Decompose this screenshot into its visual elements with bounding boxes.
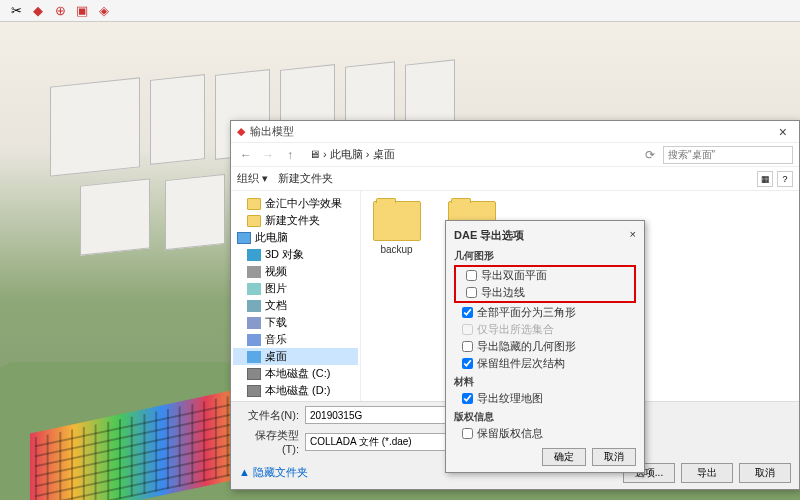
close-icon[interactable]: ×	[630, 228, 636, 243]
hide-folders-toggle[interactable]: ▲ 隐藏文件夹	[239, 463, 308, 482]
folder-icon	[247, 198, 261, 210]
doc-icon	[247, 300, 261, 312]
filename-label: 文件名(N):	[239, 408, 299, 423]
tree-item[interactable]: 文档	[233, 297, 358, 314]
tree-item-label: 视频	[265, 264, 287, 279]
building	[50, 77, 140, 176]
option-label: 导出隐藏的几何图形	[477, 339, 576, 354]
tree-item[interactable]: 3D 对象	[233, 246, 358, 263]
triangulate-checkbox[interactable]	[462, 307, 473, 318]
export-textures-checkbox[interactable]	[462, 393, 473, 404]
tree-item-label: 下载	[265, 315, 287, 330]
tree-item-label: 此电脑	[255, 230, 288, 245]
up-icon[interactable]: ↑	[281, 146, 299, 164]
search-input[interactable]	[663, 146, 793, 164]
tree-item-label: 本地磁盘 (C:)	[265, 366, 330, 381]
tree-item-label: 本地磁盘 (D:)	[265, 383, 330, 398]
new-folder-button[interactable]: 新建文件夹	[278, 171, 333, 186]
option-label: 保留组件层次结构	[477, 356, 565, 371]
video-icon	[247, 266, 261, 278]
preserve-hierarchy-checkbox[interactable]	[462, 358, 473, 369]
folder-label: backup	[369, 244, 424, 255]
tree-item[interactable]: 本地磁盘 (C:)	[233, 365, 358, 382]
forward-icon[interactable]: →	[259, 146, 277, 164]
download-icon	[247, 317, 261, 329]
tree-item-label: 金汇中小学效果	[265, 196, 342, 211]
preserve-credits-checkbox[interactable]	[462, 428, 473, 439]
filetype-label: 保存类型(T):	[239, 428, 299, 455]
dialog-titlebar[interactable]: ◆ 输出模型 ×	[231, 121, 799, 143]
view-mode-icon[interactable]: ▦	[757, 171, 773, 187]
folder-icon	[373, 201, 421, 241]
tree-item-label: 音乐	[265, 332, 287, 347]
image-icon	[247, 283, 261, 295]
tree-item[interactable]: 金汇中小学效果	[233, 195, 358, 212]
pc-icon: 🖥	[309, 148, 320, 160]
breadcrumb-loc: 桌面	[373, 148, 395, 160]
tree-item-label: 文档	[265, 298, 287, 313]
export-selection-checkbox	[462, 324, 473, 335]
option-label: 全部平面分为三角形	[477, 305, 576, 320]
cube-icon[interactable]: ▣	[74, 3, 90, 19]
highlighted-options: 导出双面平面 导出边线	[454, 265, 636, 303]
export-edges-checkbox[interactable]	[466, 287, 477, 298]
export-two-sided-checkbox[interactable]	[466, 270, 477, 281]
gem-icon[interactable]: ◈	[96, 3, 112, 19]
tree-item[interactable]: 桌面	[233, 348, 358, 365]
tree-item[interactable]: 视频	[233, 263, 358, 280]
tree-item-label: 桌面	[265, 349, 287, 364]
main-toolbar: ✂ ◆ ⊕ ▣ ◈	[0, 0, 800, 22]
tree-item-label: 图片	[265, 281, 287, 296]
option-label: 保留版权信息	[477, 426, 543, 441]
cancel-button[interactable]: 取消	[592, 448, 636, 466]
option-label: 导出边线	[481, 285, 525, 300]
nav-row: ← → ↑ 🖥 › 此电脑 › 桌面 ⟳	[231, 143, 799, 167]
dae-export-options-dialog: DAE 导出选项 × 几何图形 导出双面平面 导出边线 全部平面分为三角形 仅导…	[445, 220, 645, 473]
building	[165, 174, 225, 250]
options-titlebar[interactable]: DAE 导出选项 ×	[454, 225, 636, 246]
help-icon[interactable]: ?	[777, 171, 793, 187]
tree-item-label: 新建文件夹	[265, 213, 320, 228]
breadcrumb[interactable]: 🖥 › 此电脑 › 桌面	[303, 147, 401, 162]
tree-item[interactable]: 图片	[233, 280, 358, 297]
app-icon: ◆	[237, 125, 245, 138]
building	[80, 178, 150, 255]
option-label: 导出纹理地图	[477, 391, 543, 406]
music-icon	[247, 334, 261, 346]
drive-icon	[247, 368, 261, 380]
export-hidden-checkbox[interactable]	[462, 341, 473, 352]
breadcrumb-pc: 此电脑	[330, 148, 363, 160]
globe-icon[interactable]: ⊕	[52, 3, 68, 19]
tree-item[interactable]: 下载	[233, 314, 358, 331]
drive-icon	[247, 385, 261, 397]
folder-tree[interactable]: 金汇中小学效果新建文件夹此电脑3D 对象视频图片文档下载音乐桌面本地磁盘 (C:…	[231, 191, 361, 401]
ok-button[interactable]: 确定	[542, 448, 586, 466]
credits-section-label: 版权信息	[454, 407, 636, 425]
tree-item[interactable]: 本地磁盘 (D:)	[233, 382, 358, 399]
folder-item[interactable]: backup	[369, 201, 424, 255]
building	[150, 74, 205, 165]
refresh-icon[interactable]: ⟳	[641, 146, 659, 164]
pc-icon	[237, 232, 251, 244]
ruby-icon[interactable]: ◆	[30, 3, 46, 19]
close-icon[interactable]: ×	[773, 124, 793, 140]
3d-icon	[247, 249, 261, 261]
scissors-icon[interactable]: ✂	[8, 3, 24, 19]
cancel-button[interactable]: 取消	[739, 463, 791, 483]
tree-item-label: 3D 对象	[265, 247, 304, 262]
back-icon[interactable]: ←	[237, 146, 255, 164]
option-label: 仅导出所选集合	[477, 322, 554, 337]
dialog-title-text: 输出模型	[250, 124, 294, 139]
export-button[interactable]: 导出	[681, 463, 733, 483]
option-label: 导出双面平面	[481, 268, 547, 283]
options-title-text: DAE 导出选项	[454, 228, 524, 243]
folder-icon	[247, 215, 261, 227]
desktop-icon	[247, 351, 261, 363]
tree-item[interactable]: 音乐	[233, 331, 358, 348]
material-section-label: 材料	[454, 372, 636, 390]
tree-item[interactable]: 此电脑	[233, 229, 358, 246]
action-row: 组织 ▾ 新建文件夹 ▦ ?	[231, 167, 799, 191]
tree-item[interactable]: 新建文件夹	[233, 212, 358, 229]
geometry-section-label: 几何图形	[454, 246, 636, 264]
organize-menu[interactable]: 组织 ▾	[237, 171, 268, 186]
